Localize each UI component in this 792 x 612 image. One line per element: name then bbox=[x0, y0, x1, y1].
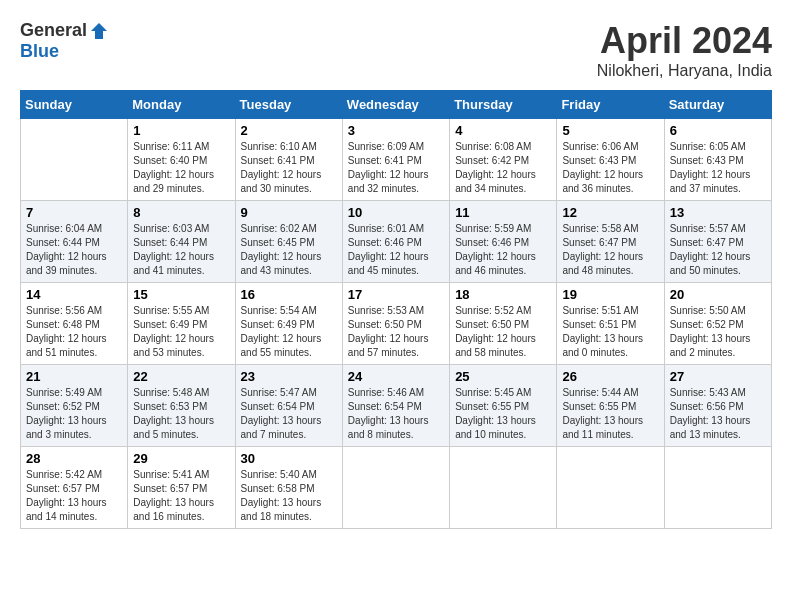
title-block: April 2024 Nilokheri, Haryana, India bbox=[597, 20, 772, 80]
day-header-tuesday: Tuesday bbox=[235, 91, 342, 119]
day-info: Sunrise: 5:59 AM Sunset: 6:46 PM Dayligh… bbox=[455, 222, 551, 278]
calendar-day-cell: 27Sunrise: 5:43 AM Sunset: 6:56 PM Dayli… bbox=[664, 365, 771, 447]
day-info: Sunrise: 6:06 AM Sunset: 6:43 PM Dayligh… bbox=[562, 140, 658, 196]
calendar-day-cell: 3Sunrise: 6:09 AM Sunset: 6:41 PM Daylig… bbox=[342, 119, 449, 201]
day-number: 25 bbox=[455, 369, 551, 384]
day-number: 8 bbox=[133, 205, 229, 220]
calendar-week-row: 21Sunrise: 5:49 AM Sunset: 6:52 PM Dayli… bbox=[21, 365, 772, 447]
day-info: Sunrise: 6:09 AM Sunset: 6:41 PM Dayligh… bbox=[348, 140, 444, 196]
day-info: Sunrise: 6:02 AM Sunset: 6:45 PM Dayligh… bbox=[241, 222, 337, 278]
logo-icon bbox=[89, 21, 109, 41]
day-info: Sunrise: 5:51 AM Sunset: 6:51 PM Dayligh… bbox=[562, 304, 658, 360]
calendar-day-cell: 21Sunrise: 5:49 AM Sunset: 6:52 PM Dayli… bbox=[21, 365, 128, 447]
calendar-day-cell: 29Sunrise: 5:41 AM Sunset: 6:57 PM Dayli… bbox=[128, 447, 235, 529]
day-info: Sunrise: 5:50 AM Sunset: 6:52 PM Dayligh… bbox=[670, 304, 766, 360]
day-info: Sunrise: 6:04 AM Sunset: 6:44 PM Dayligh… bbox=[26, 222, 122, 278]
day-info: Sunrise: 5:44 AM Sunset: 6:55 PM Dayligh… bbox=[562, 386, 658, 442]
calendar-day-cell: 18Sunrise: 5:52 AM Sunset: 6:50 PM Dayli… bbox=[450, 283, 557, 365]
day-header-sunday: Sunday bbox=[21, 91, 128, 119]
day-number: 29 bbox=[133, 451, 229, 466]
calendar-day-cell bbox=[450, 447, 557, 529]
day-number: 13 bbox=[670, 205, 766, 220]
month-title: April 2024 bbox=[597, 20, 772, 62]
day-info: Sunrise: 5:47 AM Sunset: 6:54 PM Dayligh… bbox=[241, 386, 337, 442]
calendar-day-cell bbox=[21, 119, 128, 201]
day-number: 22 bbox=[133, 369, 229, 384]
day-header-thursday: Thursday bbox=[450, 91, 557, 119]
calendar-day-cell: 17Sunrise: 5:53 AM Sunset: 6:50 PM Dayli… bbox=[342, 283, 449, 365]
calendar-day-cell: 9Sunrise: 6:02 AM Sunset: 6:45 PM Daylig… bbox=[235, 201, 342, 283]
day-number: 11 bbox=[455, 205, 551, 220]
calendar-day-cell: 6Sunrise: 6:05 AM Sunset: 6:43 PM Daylig… bbox=[664, 119, 771, 201]
calendar-day-cell bbox=[342, 447, 449, 529]
calendar-day-cell: 15Sunrise: 5:55 AM Sunset: 6:49 PM Dayli… bbox=[128, 283, 235, 365]
day-info: Sunrise: 5:57 AM Sunset: 6:47 PM Dayligh… bbox=[670, 222, 766, 278]
day-number: 3 bbox=[348, 123, 444, 138]
calendar-day-cell: 28Sunrise: 5:42 AM Sunset: 6:57 PM Dayli… bbox=[21, 447, 128, 529]
day-info: Sunrise: 5:53 AM Sunset: 6:50 PM Dayligh… bbox=[348, 304, 444, 360]
calendar-day-cell: 19Sunrise: 5:51 AM Sunset: 6:51 PM Dayli… bbox=[557, 283, 664, 365]
day-number: 5 bbox=[562, 123, 658, 138]
day-info: Sunrise: 6:11 AM Sunset: 6:40 PM Dayligh… bbox=[133, 140, 229, 196]
calendar-day-cell: 23Sunrise: 5:47 AM Sunset: 6:54 PM Dayli… bbox=[235, 365, 342, 447]
calendar-day-cell: 24Sunrise: 5:46 AM Sunset: 6:54 PM Dayli… bbox=[342, 365, 449, 447]
day-info: Sunrise: 6:03 AM Sunset: 6:44 PM Dayligh… bbox=[133, 222, 229, 278]
day-info: Sunrise: 5:40 AM Sunset: 6:58 PM Dayligh… bbox=[241, 468, 337, 524]
calendar-day-cell: 13Sunrise: 5:57 AM Sunset: 6:47 PM Dayli… bbox=[664, 201, 771, 283]
day-number: 18 bbox=[455, 287, 551, 302]
calendar-week-row: 14Sunrise: 5:56 AM Sunset: 6:48 PM Dayli… bbox=[21, 283, 772, 365]
day-number: 16 bbox=[241, 287, 337, 302]
calendar-day-cell: 22Sunrise: 5:48 AM Sunset: 6:53 PM Dayli… bbox=[128, 365, 235, 447]
day-number: 30 bbox=[241, 451, 337, 466]
day-info: Sunrise: 6:10 AM Sunset: 6:41 PM Dayligh… bbox=[241, 140, 337, 196]
calendar-day-cell bbox=[557, 447, 664, 529]
day-info: Sunrise: 5:41 AM Sunset: 6:57 PM Dayligh… bbox=[133, 468, 229, 524]
day-number: 4 bbox=[455, 123, 551, 138]
day-info: Sunrise: 5:52 AM Sunset: 6:50 PM Dayligh… bbox=[455, 304, 551, 360]
day-info: Sunrise: 5:56 AM Sunset: 6:48 PM Dayligh… bbox=[26, 304, 122, 360]
calendar-day-cell: 8Sunrise: 6:03 AM Sunset: 6:44 PM Daylig… bbox=[128, 201, 235, 283]
calendar-table: SundayMondayTuesdayWednesdayThursdayFrid… bbox=[20, 90, 772, 529]
day-number: 2 bbox=[241, 123, 337, 138]
calendar-day-cell: 14Sunrise: 5:56 AM Sunset: 6:48 PM Dayli… bbox=[21, 283, 128, 365]
day-info: Sunrise: 5:55 AM Sunset: 6:49 PM Dayligh… bbox=[133, 304, 229, 360]
calendar-day-cell: 26Sunrise: 5:44 AM Sunset: 6:55 PM Dayli… bbox=[557, 365, 664, 447]
calendar-day-cell: 16Sunrise: 5:54 AM Sunset: 6:49 PM Dayli… bbox=[235, 283, 342, 365]
logo-blue-text: Blue bbox=[20, 41, 59, 62]
calendar-week-row: 7Sunrise: 6:04 AM Sunset: 6:44 PM Daylig… bbox=[21, 201, 772, 283]
day-number: 26 bbox=[562, 369, 658, 384]
day-info: Sunrise: 5:43 AM Sunset: 6:56 PM Dayligh… bbox=[670, 386, 766, 442]
day-number: 7 bbox=[26, 205, 122, 220]
day-info: Sunrise: 5:58 AM Sunset: 6:47 PM Dayligh… bbox=[562, 222, 658, 278]
day-info: Sunrise: 5:45 AM Sunset: 6:55 PM Dayligh… bbox=[455, 386, 551, 442]
day-info: Sunrise: 5:48 AM Sunset: 6:53 PM Dayligh… bbox=[133, 386, 229, 442]
day-number: 27 bbox=[670, 369, 766, 384]
day-number: 28 bbox=[26, 451, 122, 466]
calendar-day-cell: 12Sunrise: 5:58 AM Sunset: 6:47 PM Dayli… bbox=[557, 201, 664, 283]
day-number: 15 bbox=[133, 287, 229, 302]
calendar-week-row: 28Sunrise: 5:42 AM Sunset: 6:57 PM Dayli… bbox=[21, 447, 772, 529]
logo-general-text: General bbox=[20, 20, 87, 41]
day-info: Sunrise: 5:46 AM Sunset: 6:54 PM Dayligh… bbox=[348, 386, 444, 442]
day-info: Sunrise: 5:42 AM Sunset: 6:57 PM Dayligh… bbox=[26, 468, 122, 524]
calendar-day-cell: 7Sunrise: 6:04 AM Sunset: 6:44 PM Daylig… bbox=[21, 201, 128, 283]
calendar-header-row: SundayMondayTuesdayWednesdayThursdayFrid… bbox=[21, 91, 772, 119]
svg-marker-0 bbox=[91, 23, 107, 39]
day-number: 24 bbox=[348, 369, 444, 384]
logo: General Blue bbox=[20, 20, 109, 62]
calendar-day-cell bbox=[664, 447, 771, 529]
day-info: Sunrise: 6:05 AM Sunset: 6:43 PM Dayligh… bbox=[670, 140, 766, 196]
day-number: 9 bbox=[241, 205, 337, 220]
day-info: Sunrise: 5:49 AM Sunset: 6:52 PM Dayligh… bbox=[26, 386, 122, 442]
day-number: 10 bbox=[348, 205, 444, 220]
day-header-saturday: Saturday bbox=[664, 91, 771, 119]
calendar-day-cell: 5Sunrise: 6:06 AM Sunset: 6:43 PM Daylig… bbox=[557, 119, 664, 201]
day-header-friday: Friday bbox=[557, 91, 664, 119]
calendar-day-cell: 2Sunrise: 6:10 AM Sunset: 6:41 PM Daylig… bbox=[235, 119, 342, 201]
day-number: 17 bbox=[348, 287, 444, 302]
page-header: General Blue April 2024 Nilokheri, Harya… bbox=[20, 20, 772, 80]
calendar-day-cell: 20Sunrise: 5:50 AM Sunset: 6:52 PM Dayli… bbox=[664, 283, 771, 365]
day-number: 14 bbox=[26, 287, 122, 302]
day-header-monday: Monday bbox=[128, 91, 235, 119]
day-header-wednesday: Wednesday bbox=[342, 91, 449, 119]
